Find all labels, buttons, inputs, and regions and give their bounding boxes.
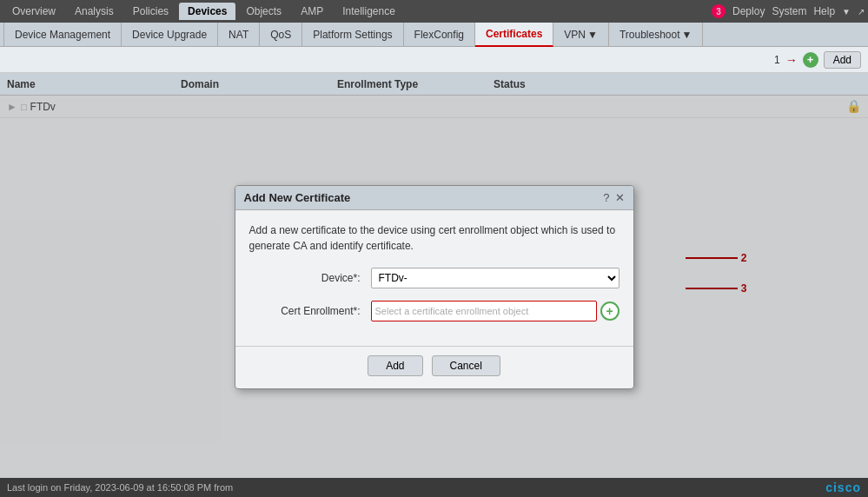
- dialog-header-icons: ? ✕: [603, 191, 624, 204]
- sub-navigation: Device Management Device Upgrade NAT QoS…: [0, 23, 868, 47]
- subnav-nat[interactable]: NAT: [218, 23, 260, 47]
- help-menu[interactable]: Help: [813, 5, 835, 17]
- cert-enrollment-label: Cert Enrollment*:: [249, 305, 371, 317]
- dialog-header: Add New Certificate ? ✕: [235, 186, 633, 210]
- col-status: Status: [494, 78, 598, 90]
- add-button[interactable]: Add: [824, 51, 861, 69]
- dialog-description: Add a new certificate to the device usin…: [249, 222, 620, 254]
- deploy-button[interactable]: Deploy: [732, 5, 765, 17]
- alert-badge[interactable]: 3: [712, 4, 726, 18]
- device-label: Device*:: [249, 272, 371, 284]
- cert-enrollment-control-wrap: +: [371, 301, 620, 321]
- device-form-row: Device*: FTDv-: [249, 268, 620, 288]
- subnav-troubleshoot[interactable]: Troubleshoot ▼: [609, 23, 704, 47]
- toolbar: 1 → + Add: [0, 47, 868, 73]
- dialog-help-icon[interactable]: ?: [603, 191, 609, 204]
- dialog-overlay: 2 3 Add New Certificate ? ✕ Add a ne: [0, 96, 868, 478]
- cert-enrollment-add-button[interactable]: +: [600, 302, 620, 321]
- subnav-device-management[interactable]: Device Management: [3, 23, 122, 47]
- troubleshoot-label: Troubleshoot: [620, 29, 680, 41]
- nav-analysis[interactable]: Analysis: [66, 3, 123, 20]
- dialog-close-icon[interactable]: ✕: [615, 191, 625, 204]
- nav-policies[interactable]: Policies: [124, 3, 177, 20]
- dialog-add-button[interactable]: Add: [368, 355, 422, 376]
- troubleshoot-dropdown: Troubleshoot ▼: [620, 29, 692, 41]
- table-body: ► □ FTDv 🔒 2 3 Add New Certificate: [0, 96, 868, 478]
- nav-intelligence[interactable]: Intelligence: [334, 3, 404, 20]
- subnav-qos[interactable]: QoS: [260, 23, 302, 47]
- login-text: Last login on Friday, 2023-06-09 at 16:5…: [7, 482, 233, 493]
- expand-icon[interactable]: ▼: [842, 7, 851, 17]
- device-select[interactable]: FTDv-: [371, 268, 620, 288]
- step-label: 1: [774, 54, 780, 66]
- add-certificate-green-button[interactable]: +: [803, 52, 818, 68]
- step-arrow-icon: →: [785, 53, 798, 67]
- nav-overview[interactable]: Overview: [3, 3, 64, 20]
- subnav-vpn[interactable]: VPN ▼: [553, 23, 609, 47]
- troubleshoot-chevron-icon: ▼: [682, 29, 692, 41]
- cisco-logo: cisco: [825, 480, 861, 494]
- top-navigation: Overview Analysis Policies Devices Objec…: [0, 0, 868, 23]
- system-menu[interactable]: System: [772, 5, 806, 17]
- vpn-dropdown: VPN ▼: [564, 29, 598, 41]
- nav-right: 3 Deploy System Help ▼ ↗: [712, 4, 865, 18]
- window-expand-icon[interactable]: ↗: [858, 7, 865, 17]
- subnav-flexconfig[interactable]: FlexConfig: [404, 23, 475, 47]
- vpn-label: VPN: [564, 29, 586, 41]
- nav-amp[interactable]: AMP: [292, 3, 332, 20]
- dialog-footer: Add Cancel: [235, 346, 633, 388]
- nav-objects[interactable]: Objects: [237, 3, 290, 20]
- device-control-wrap: FTDv-: [371, 268, 620, 288]
- dialog-title: Add New Certificate: [244, 191, 351, 204]
- bottom-bar: Last login on Friday, 2023-06-09 at 16:5…: [0, 478, 868, 497]
- nav-devices[interactable]: Devices: [179, 3, 235, 20]
- dialog-body: Add a new certificate to the device usin…: [235, 210, 633, 346]
- add-certificate-dialog: Add New Certificate ? ✕ Add a new certif…: [235, 185, 634, 389]
- subnav-platform-settings[interactable]: Platform Settings: [302, 23, 403, 47]
- col-domain: Domain: [181, 78, 337, 90]
- table-header: Name Domain Enrollment Type Status: [0, 73, 868, 96]
- cert-enrollment-input[interactable]: [371, 301, 597, 321]
- nav-items: Overview Analysis Policies Devices Objec…: [3, 3, 404, 20]
- dialog-cancel-button[interactable]: Cancel: [432, 355, 500, 376]
- col-name: Name: [7, 78, 181, 90]
- col-enrollment-type: Enrollment Type: [337, 78, 494, 90]
- vpn-chevron-icon: ▼: [587, 29, 598, 41]
- subnav-device-upgrade[interactable]: Device Upgrade: [122, 23, 218, 47]
- cert-enrollment-form-row: Cert Enrollment*: +: [249, 301, 620, 321]
- subnav-certificates[interactable]: Certificates: [475, 23, 553, 47]
